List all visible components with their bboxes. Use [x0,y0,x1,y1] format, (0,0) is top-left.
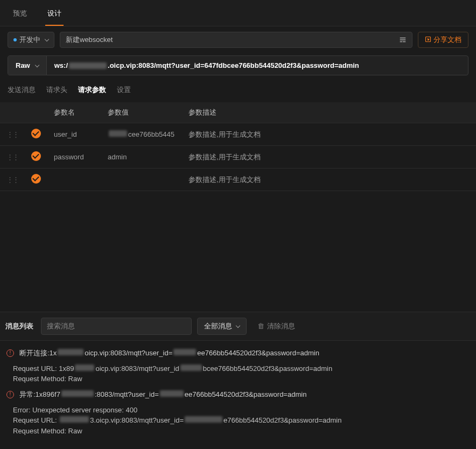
share-label: 分享文档 [433,35,461,45]
param-value-cell[interactable] [101,169,182,191]
message-search-input[interactable]: 搜索消息 [41,318,192,335]
param-name-cell[interactable] [47,169,101,191]
param-value-cell[interactable]: admin [101,146,182,169]
params-table: 参数名 参数值 参数描述 ⋮⋮ user_id cee766bb5445 参数描… [0,102,476,191]
message-text: 异常:1x896f7:8083/mqtt?user_id=ee766bb5445… [19,390,306,399]
drag-handle-icon[interactable]: ⋮⋮ [6,176,18,184]
clear-label: 清除消息 [267,321,295,331]
chevron-down-icon [236,323,240,327]
tab-send-message[interactable]: 发送消息 [8,85,36,97]
message-toolbar: 消息列表 搜索消息 全部消息 清除消息 [0,312,476,341]
col-param-value: 参数值 [101,102,182,123]
tab-preview[interactable]: 预览 [11,4,29,26]
table-row: ⋮⋮ 参数描述,用于生成文档 [0,169,476,191]
param-desc-cell[interactable]: 参数描述,用于生成文档 [182,169,476,191]
status-dot-icon [13,38,17,41]
col-param-name: 参数名 [47,102,101,123]
enable-toggle[interactable] [31,151,41,161]
name-value: 新建websocket [66,35,113,45]
url-rest: .oicp.vip:8083/mqtt?user_id=647fdbcee766… [108,61,359,69]
message-text: 断开连接:1xoicp.vip:8083/mqtt?user_id=ee766b… [19,348,319,358]
error-icon: ! [6,391,14,398]
status-dropdown[interactable]: 开发中 [8,32,54,48]
drag-handle-icon[interactable]: ⋮⋮ [6,130,18,138]
col-param-desc: 参数描述 [182,102,476,123]
top-tab-bar: 预览 设计 [0,0,476,26]
header-row: 开发中 新建websocket 分享文档 [0,26,476,53]
edit-icon[interactable] [399,36,407,44]
name-input[interactable]: 新建websocket [60,32,412,48]
url-prefix: ws:/ [54,61,68,69]
col-drag [0,102,25,123]
error-icon: ! [6,349,14,357]
tab-settings[interactable]: 设置 [117,85,131,97]
tab-design[interactable]: 设计 [45,4,64,26]
param-desc-cell[interactable]: 参数描述,用于生成文档 [182,146,476,169]
redacted-segment [109,130,127,137]
share-icon [425,36,431,44]
status-label: 开发中 [19,35,40,45]
url-input[interactable]: ws:/ .oicp.vip:8083/mqtt?user_id=647fdbc… [47,56,468,75]
value-suffix: cee766bb5445 [128,130,174,138]
param-name-cell[interactable]: user_id [47,123,101,146]
trash-icon [257,322,264,330]
param-value-cell[interactable]: cee766bb5445 [101,123,182,146]
tab-request-params[interactable]: 请求参数 [78,85,106,97]
message-detail: Request URL: 1x89oicp.vip:8083/mqtt?user… [4,361,472,387]
clear-messages-button[interactable]: 清除消息 [252,318,300,334]
share-button[interactable]: 分享文档 [418,32,468,48]
chevron-down-icon [34,62,39,67]
col-enable [25,102,47,123]
message-list: ! 断开连接:1xoicp.vip:8083/mqtt?user_id=ee76… [0,341,476,450]
param-desc-cell[interactable]: 参数描述,用于生成文档 [182,123,476,146]
param-name-cell[interactable]: password [47,146,101,169]
method-label: Raw [16,61,30,69]
table-row: ⋮⋮ password admin 参数描述,用于生成文档 [0,146,476,169]
redacted-segment [69,62,107,69]
message-row[interactable]: ! 异常:1x896f7:8083/mqtt?user_id=ee766bb54… [4,387,472,403]
message-filter-dropdown[interactable]: 全部消息 [197,318,247,335]
chevron-down-icon [45,37,49,41]
table-row: ⋮⋮ user_id cee766bb5445 参数描述,用于生成文档 [0,123,476,146]
enable-toggle[interactable] [31,174,41,184]
message-detail: Error: Unexpected server response: 400 R… [4,403,472,439]
tab-request-headers[interactable]: 请求头 [46,85,67,97]
filter-label: 全部消息 [204,321,232,331]
enable-toggle[interactable] [31,129,41,138]
message-list-title: 消息列表 [3,321,36,331]
method-dropdown[interactable]: Raw [8,56,47,75]
url-bar: Raw ws:/ .oicp.vip:8083/mqtt?user_id=647… [8,55,468,75]
drag-handle-icon[interactable]: ⋮⋮ [6,153,18,161]
message-row[interactable]: ! 断开连接:1xoicp.vip:8083/mqtt?user_id=ee76… [4,345,472,361]
secondary-tab-bar: 发送消息 请求头 请求参数 设置 [0,75,476,102]
